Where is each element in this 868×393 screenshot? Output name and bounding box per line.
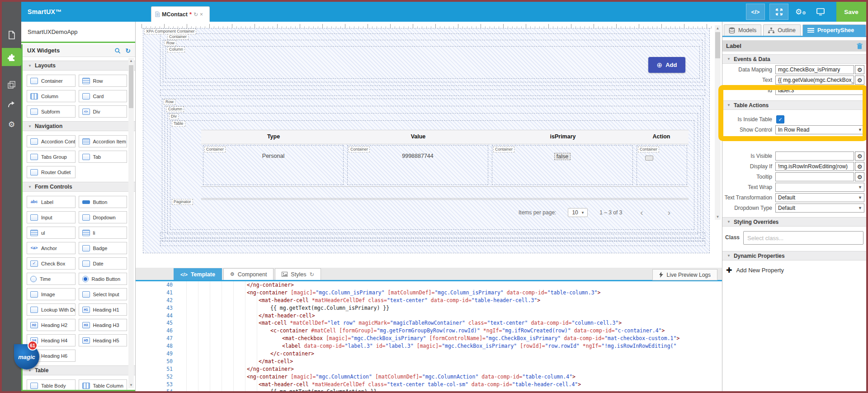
code-line[interactable]: 53<mat-header-cell *matHeaderCellDef cla… — [136, 381, 722, 388]
section-table-actions[interactable]: ▼Table Actions — [722, 100, 866, 110]
column-header-action[interactable]: Action — [653, 133, 670, 140]
property-input[interactable]: label.3▼ — [775, 86, 864, 95]
empty-row-strip[interactable] — [160, 232, 705, 239]
add-new-property-button[interactable]: ✚ Add New Property — [726, 266, 866, 275]
sidebar-scrollbar[interactable]: ▲ ▼ — [128, 58, 134, 388]
code-line[interactable]: 41<ng-container [magic]="mgc.Column_isPr… — [136, 289, 722, 297]
code-area[interactable]: 40</ng-container> 41<ng-container [magic… — [136, 281, 722, 393]
preview-monitor-button[interactable] — [813, 8, 828, 15]
selected-label-element[interactable]: false — [554, 153, 571, 160]
widget-item[interactable]: Accordion Conta... — [27, 135, 75, 147]
cell-isprimary[interactable]: Container false — [492, 145, 633, 185]
scroll-down-icon[interactable]: ▼ — [128, 383, 134, 387]
column-header-value[interactable]: Value — [411, 133, 426, 140]
widget-item[interactable]: Container — [27, 75, 75, 87]
refresh-icon[interactable]: ↻ — [309, 271, 314, 278]
section-events-data[interactable]: ▼Events & Data — [722, 54, 866, 64]
column-box[interactable] — [165, 46, 700, 79]
refresh-icon[interactable]: ↻ — [125, 47, 131, 54]
code-line[interactable]: 52<ng-container [magic]="mgc.ColumnActio… — [136, 373, 722, 381]
search-icon[interactable] — [114, 47, 121, 54]
cell-action[interactable]: Container — [637, 145, 687, 185]
widget-item[interactable]: Router Outlet — [27, 166, 75, 178]
gears-button[interactable]: ⚙⚙ — [793, 7, 808, 17]
widget-item[interactable]: Lookup With De... — [27, 303, 75, 316]
cell-value-phone[interactable]: 9998887744 — [348, 153, 488, 159]
widget-item[interactable]: Radio Button — [79, 273, 127, 285]
scroll-down-icon[interactable]: ▼ — [715, 215, 721, 219]
settings-gear-icon[interactable]: ⚙ — [2, 116, 21, 133]
code-line[interactable]: 42<mat-header-cell *matHeaderCellDef cla… — [136, 297, 722, 304]
widget-item[interactable]: Row — [79, 75, 127, 87]
property-input[interactable]: mgc.CheckBox_isPrimary▼ — [775, 65, 854, 74]
scroll-up-icon[interactable]: ▲ — [128, 59, 134, 63]
widget-item[interactable]: Tab — [79, 151, 127, 163]
scrollbar-thumb[interactable] — [715, 32, 720, 58]
widget-item[interactable]: <a> Anchor — [27, 242, 75, 254]
property-input[interactable]: Default▼ — [775, 193, 864, 202]
cell-value-type[interactable]: Personal — [203, 153, 343, 159]
binding-gear-button[interactable]: ⚙ — [855, 76, 864, 85]
scroll-up-icon[interactable]: ▲ — [715, 26, 721, 30]
tab-template[interactable]: </>Template — [174, 268, 222, 280]
binding-gear-button[interactable]: ⚙ — [855, 65, 864, 74]
app-name[interactable]: SmartUXDemoApp — [21, 22, 135, 43]
tab-component[interactable]: ⚙Component — [223, 268, 274, 280]
magic-logo[interactable]: magic 61 — [14, 341, 43, 372]
widget-item[interactable]: H3 Heading H3 — [79, 319, 127, 331]
code-line[interactable]: 46<c-container #matCell [formGroup]="mg.… — [136, 327, 722, 335]
widget-item[interactable]: Date — [79, 257, 127, 270]
widget-item[interactable]: Table Column — [79, 379, 127, 391]
widget-item[interactable]: Time — [27, 273, 75, 285]
tab-refresh-icon[interactable]: ↻ — [193, 11, 198, 18]
table-header-row[interactable]: Type Value isPrimary Action — [201, 130, 689, 144]
widget-item[interactable]: abc Label — [27, 196, 75, 208]
property-input[interactable]: Default▼ — [775, 204, 864, 213]
previous-page-icon[interactable]: ‹ — [634, 208, 649, 218]
share-icon[interactable] — [2, 96, 21, 113]
live-preview-logs-button[interactable]: Live Preview Logs — [652, 269, 717, 280]
tab-close-icon[interactable]: × — [200, 11, 203, 18]
widget-item[interactable]: Tabs Group — [27, 151, 75, 163]
trash-icon[interactable] — [857, 43, 863, 49]
widget-item[interactable]: Card — [79, 90, 127, 102]
canvas-scrollbar[interactable]: ▲ ▼ — [715, 25, 721, 220]
property-input[interactable]: !mg.isRowInRowEditing(row)▼ — [775, 162, 854, 171]
widget-item[interactable]: Badge — [79, 242, 127, 254]
widget-item[interactable]: Image — [27, 288, 75, 300]
action-cell-icon[interactable] — [645, 156, 653, 161]
binding-gear-button[interactable]: ⚙ — [855, 172, 864, 181]
add-button[interactable]: ⊕Add — [648, 57, 685, 73]
code-line[interactable]: 51</ng-container> — [136, 365, 722, 373]
show-control-select[interactable]: In Row Read▼ — [775, 125, 864, 134]
column-header-type[interactable]: Type — [267, 133, 280, 140]
tab-outline[interactable]: Outline — [763, 24, 801, 36]
code-line[interactable]: 49</c-container> — [136, 350, 722, 358]
widget-item[interactable]: <> Div — [79, 105, 127, 118]
design-canvas[interactable]: XPA Component Container Container Row Co… — [136, 22, 722, 268]
save-button[interactable]: Save — [836, 2, 866, 22]
widget-item[interactable]: Input — [27, 211, 75, 223]
section-form-controls[interactable]: ▼Form Controls — [23, 182, 135, 192]
widget-item[interactable]: ul — [27, 227, 75, 239]
is-inside-table-checkbox[interactable]: ✓ — [776, 115, 784, 123]
widget-item[interactable]: Accordion Item — [79, 135, 127, 147]
next-page-icon[interactable]: › — [661, 208, 677, 218]
cell-type[interactable]: Container Personal — [203, 145, 344, 185]
tab-property-sheet[interactable]: PropertyShee — [802, 24, 866, 36]
section-dynamic-properties[interactable]: ▼Dynamic Properties — [722, 251, 866, 260]
widget-item[interactable]: H5 Heading H5 — [79, 334, 127, 346]
code-line[interactable]: 47<mat-checkbox [magic]="mgc.CheckBox_is… — [136, 335, 722, 342]
widget-item[interactable]: ✓ Check Box — [27, 257, 75, 270]
section-navigation[interactable]: ▼Navigation — [23, 121, 135, 131]
copy-icon[interactable] — [2, 76, 21, 93]
widgets-puzzle-icon[interactable] — [2, 48, 21, 66]
page-size-select[interactable]: 10▾ — [568, 208, 588, 217]
widget-item[interactable]: li — [79, 227, 127, 239]
widget-item[interactable]: Button — [79, 196, 127, 208]
section-styling-overrides[interactable]: ▼Styling Overrides — [722, 217, 866, 227]
widget-item[interactable]: H2 Heading H2 — [27, 319, 75, 331]
empty-row-strip[interactable] — [160, 241, 705, 246]
expand-button[interactable] — [769, 4, 788, 20]
binding-gear-button[interactable]: ⚙ — [855, 152, 864, 161]
